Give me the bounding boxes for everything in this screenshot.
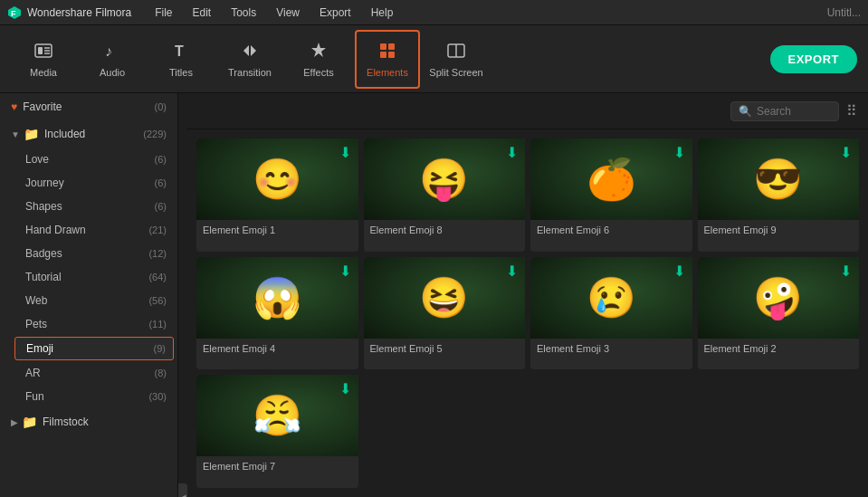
tutorial-count: (64) xyxy=(148,272,167,282)
element-thumbnail: 😆 ⬇ xyxy=(364,257,526,339)
fun-count: (30) xyxy=(148,391,167,402)
element-name-label: Element Emoji 2 xyxy=(698,339,860,358)
elements-icon xyxy=(377,41,397,63)
app-logo-icon: F xyxy=(7,5,22,20)
element-name-label: Element Emoji 9 xyxy=(698,220,860,240)
menu-edit[interactable]: Edit xyxy=(184,5,221,21)
element-name-label: Element Emoji 4 xyxy=(196,339,358,358)
svg-rect-10 xyxy=(388,43,395,50)
love-label: Love xyxy=(25,153,155,166)
menu-help[interactable]: Help xyxy=(362,5,403,21)
sidebar-collapse-handle[interactable]: ◀ xyxy=(178,483,187,497)
favorite-count: (0) xyxy=(155,101,167,112)
content-area: 🔍 ⠿ 😊 ⬇ Element Emoji 1 😝 ⬇ Element Emoj… xyxy=(187,93,868,497)
content-toolbar: 🔍 ⠿ xyxy=(187,93,868,129)
titles-icon: T xyxy=(171,41,191,63)
element-thumbnail: 😱 ⬇ xyxy=(196,257,358,339)
element-card[interactable]: 😢 ⬇ Element Emoji 3 xyxy=(530,257,692,370)
svg-rect-3 xyxy=(38,47,43,54)
app-logo: F Wondershare Filmora xyxy=(7,5,131,20)
effects-label: Effects xyxy=(303,67,333,78)
sub-items-list: Love (6) Journey (6) Shapes (6) Hand Dra… xyxy=(0,148,177,408)
sidebar-item-pets[interactable]: Pets (11) xyxy=(11,312,177,336)
menu-items: File Edit Tools View Export Help xyxy=(146,5,402,21)
search-input[interactable] xyxy=(757,105,829,118)
toolbar-effects[interactable]: Effects xyxy=(286,30,351,89)
element-thumbnail: 🍊 ⬇ xyxy=(530,139,692,220)
element-card[interactable]: 😎 ⬇ Element Emoji 9 xyxy=(698,139,860,252)
titles-label: Titles xyxy=(169,67,193,78)
grid-toggle[interactable]: ⠿ xyxy=(846,102,857,119)
toolbar-audio[interactable]: ♪ Audio xyxy=(80,30,145,89)
svg-text:T: T xyxy=(175,43,184,59)
element-thumbnail: 😎 ⬇ xyxy=(698,139,860,220)
heart-icon: ♥ xyxy=(11,100,17,113)
element-card[interactable]: 🍊 ⬇ Element Emoji 6 xyxy=(530,139,692,252)
search-icon: 🔍 xyxy=(739,105,752,118)
element-name-label: Element Emoji 3 xyxy=(530,339,692,358)
grid-dots-icon: ⠿ xyxy=(846,102,857,119)
element-card[interactable]: 🤪 ⬇ Element Emoji 2 xyxy=(698,257,860,370)
menu-tools[interactable]: Tools xyxy=(222,5,265,21)
menu-bar: F Wondershare Filmora File Edit Tools Vi… xyxy=(0,0,868,25)
export-button[interactable]: EXPORT xyxy=(770,45,857,73)
element-card[interactable]: 😱 ⬇ Element Emoji 4 xyxy=(196,257,358,370)
pets-label: Pets xyxy=(25,318,148,330)
element-thumbnail: 😊 ⬇ xyxy=(196,139,358,220)
audio-icon: ♪ xyxy=(102,41,122,63)
included-count: (229) xyxy=(143,129,167,139)
toolbar-elements[interactable]: Elements xyxy=(355,30,420,89)
toolbar: Media ♪ Audio T Titles Transition xyxy=(0,25,868,93)
sidebar-item-love[interactable]: Love (6) xyxy=(11,148,177,171)
pets-count: (11) xyxy=(148,319,167,330)
media-label: Media xyxy=(30,67,57,78)
menu-file[interactable]: File xyxy=(146,5,181,21)
sidebar-item-tutorial[interactable]: Tutorial (64) xyxy=(11,265,177,289)
transition-icon xyxy=(240,41,260,63)
toolbar-media[interactable]: Media xyxy=(11,30,76,89)
journey-label: Journey xyxy=(25,177,155,189)
sidebar-group-included[interactable]: ▼ 📁 Included (229) xyxy=(0,120,177,148)
handdrawn-count: (21) xyxy=(148,225,167,235)
tutorial-label: Tutorial xyxy=(25,271,148,283)
emoji-label: Emoji xyxy=(26,342,154,355)
element-name-label: Element Emoji 8 xyxy=(364,220,526,240)
element-card[interactable]: 😤 ⬇ Element Emoji 7 xyxy=(196,375,358,488)
sidebar-item-badges[interactable]: Badges (12) xyxy=(11,242,177,265)
shapes-count: (6) xyxy=(155,201,167,212)
element-name-label: Element Emoji 6 xyxy=(530,220,692,240)
emoji-count: (9) xyxy=(154,343,166,354)
sidebar-item-favorite[interactable]: ♥ Favorite (0) xyxy=(0,93,177,120)
sidebar-item-journey[interactable]: Journey (6) xyxy=(11,171,177,195)
sidebar-item-web[interactable]: Web (56) xyxy=(11,289,177,312)
element-thumbnail: 😢 ⬇ xyxy=(530,257,692,339)
sidebar-item-emoji[interactable]: Emoji (9) xyxy=(14,337,174,360)
element-card[interactable]: 😊 ⬇ Element Emoji 1 xyxy=(196,139,358,252)
media-icon xyxy=(33,41,53,63)
toolbar-titles[interactable]: T Titles xyxy=(148,30,214,89)
sidebar-item-ar[interactable]: AR (8) xyxy=(11,361,177,385)
sidebar-item-shapes[interactable]: Shapes (6) xyxy=(11,195,177,218)
menu-export[interactable]: Export xyxy=(310,5,360,21)
filmstock-label: Filmstock xyxy=(43,416,167,428)
sidebar: ♥ Favorite (0) ▼ 📁 Included (229) Love (… xyxy=(0,93,178,497)
svg-rect-12 xyxy=(388,52,395,58)
sidebar-group-filmstock[interactable]: ▶ 📁 Filmstock xyxy=(0,408,177,435)
svg-text:F: F xyxy=(11,9,16,18)
shapes-label: Shapes xyxy=(25,200,155,213)
sidebar-item-handdrawn[interactable]: Hand Drawn (21) xyxy=(11,218,177,242)
ar-count: (8) xyxy=(155,368,167,378)
sidebar-item-fun[interactable]: Fun (30) xyxy=(11,385,177,408)
toolbar-splitscreen[interactable]: Split Screen xyxy=(424,30,489,89)
toolbar-transition[interactable]: Transition xyxy=(217,30,282,89)
element-name-label: Element Emoji 5 xyxy=(364,339,526,358)
splitscreen-label: Split Screen xyxy=(429,67,482,78)
menu-view[interactable]: View xyxy=(267,5,309,21)
element-card[interactable]: 😆 ⬇ Element Emoji 5 xyxy=(364,257,526,370)
element-card[interactable]: 😝 ⬇ Element Emoji 8 xyxy=(364,139,526,252)
elements-grid: 😊 ⬇ Element Emoji 1 😝 ⬇ Element Emoji 8 … xyxy=(187,129,868,497)
element-thumbnail: 🤪 ⬇ xyxy=(698,257,860,339)
element-thumbnail: 😤 ⬇ xyxy=(196,375,358,456)
app-name-label: Wondershare Filmora xyxy=(27,6,131,19)
love-count: (6) xyxy=(155,154,167,165)
